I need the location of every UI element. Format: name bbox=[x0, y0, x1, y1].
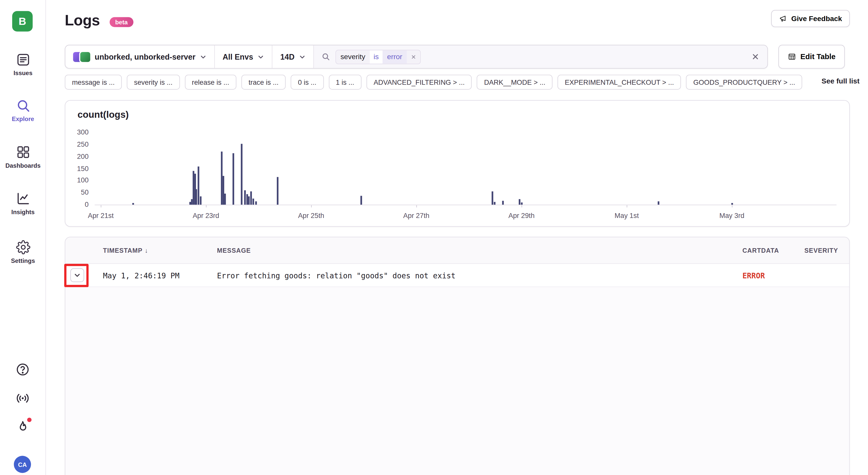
column-header-severity[interactable]: SEVERITY bbox=[805, 237, 838, 264]
sidebar-item-label: Explore bbox=[12, 116, 34, 122]
chart-bar bbox=[521, 202, 522, 205]
sort-arrow-icon: ↓ bbox=[145, 247, 148, 254]
beta-badge: beta bbox=[110, 17, 133, 27]
filter-chip-row: message is ...severity is ...release is … bbox=[65, 75, 816, 90]
x-axis-tick bbox=[416, 205, 417, 208]
filter-chip[interactable]: ADVANCED_FILTERING > ... bbox=[367, 75, 472, 90]
sidebar-item-label: Insights bbox=[11, 209, 34, 215]
chart-bar bbox=[241, 144, 243, 205]
chevron-down-icon bbox=[299, 53, 306, 60]
sidebar-item-explore[interactable]: Explore bbox=[0, 98, 46, 122]
log-severity: ERROR bbox=[742, 264, 765, 287]
chart-bar bbox=[195, 189, 197, 205]
explore-icon bbox=[16, 98, 30, 113]
table-row[interactable]: May 1, 2:46:19 PM Error fetching goods: … bbox=[65, 264, 849, 287]
y-axis-tick-label: 300 bbox=[66, 128, 89, 137]
sidebar-item-label: Issues bbox=[13, 70, 32, 76]
x-axis-tick bbox=[311, 205, 312, 208]
filter-chip[interactable]: GOODS_PRODUCTQUERY > ... bbox=[686, 75, 803, 90]
x-axis-tick bbox=[732, 205, 733, 208]
give-feedback-button[interactable]: Give Feedback bbox=[771, 10, 850, 27]
user-avatar[interactable]: CA bbox=[14, 456, 31, 473]
x-axis-tick-label: Apr 21st bbox=[88, 212, 114, 220]
broadcast-icon[interactable] bbox=[16, 391, 30, 405]
chart-bar bbox=[252, 198, 254, 205]
filter-bar: unborked, unborked-server All Envs 14D s… bbox=[65, 45, 768, 69]
logs-count-chart: count(logs) 050100150200250300Apr 21stAp… bbox=[65, 100, 850, 227]
chart-bar bbox=[731, 203, 733, 205]
whats-new-flame-icon[interactable] bbox=[16, 420, 30, 434]
column-header-cartdata[interactable]: CARTDATA bbox=[742, 237, 779, 264]
filter-chip[interactable]: release is ... bbox=[185, 75, 237, 90]
column-header-timestamp[interactable]: TIMESTAMP ↓ bbox=[103, 237, 148, 264]
x-axis-tick-label: May 3rd bbox=[719, 212, 744, 220]
sidebar-item-insights[interactable]: Insights bbox=[0, 191, 46, 215]
y-axis-tick-label: 200 bbox=[66, 152, 89, 161]
x-axis-tick bbox=[206, 205, 207, 208]
table-icon bbox=[788, 53, 796, 61]
filter-chip[interactable]: severity is ... bbox=[127, 75, 180, 90]
app-root: B IssuesExploreDashboardsInsightsSetting… bbox=[0, 0, 868, 475]
see-full-list-link[interactable]: See full list bbox=[822, 77, 860, 85]
dashboards-icon bbox=[16, 145, 30, 159]
settings-icon bbox=[16, 240, 30, 255]
chart-bar bbox=[494, 202, 496, 205]
chevron-down-icon bbox=[257, 53, 264, 60]
chart-bar bbox=[246, 194, 248, 205]
x-axis-tick-label: Apr 29th bbox=[508, 212, 534, 220]
notification-dot bbox=[27, 418, 31, 422]
org-logo[interactable]: B bbox=[12, 11, 33, 32]
y-axis-tick-label: 150 bbox=[66, 164, 89, 173]
sidebar-item-settings[interactable]: Settings bbox=[0, 240, 46, 264]
chart-bar bbox=[519, 199, 520, 205]
chart-bar bbox=[244, 190, 246, 205]
table-header: TIMESTAMP ↓ MESSAGE CARTDATA SEVERITY bbox=[65, 237, 849, 264]
chart-bar bbox=[200, 196, 202, 205]
megaphone-icon bbox=[779, 14, 787, 23]
chart-title: count(logs) bbox=[78, 110, 129, 121]
remove-token-icon[interactable] bbox=[407, 50, 420, 63]
chart-bar bbox=[492, 191, 493, 205]
issues-icon bbox=[16, 53, 30, 67]
log-timestamp: May 1, 2:46:19 PM bbox=[103, 264, 179, 287]
sidebar-item-dashboards[interactable]: Dashboards bbox=[0, 145, 46, 169]
chart-bar bbox=[132, 203, 134, 205]
filter-chip[interactable]: message is ... bbox=[65, 75, 122, 90]
x-axis-tick-label: Apr 23rd bbox=[193, 212, 219, 220]
chart-bar bbox=[250, 192, 252, 205]
x-axis-tick-label: May 1st bbox=[615, 212, 639, 220]
annotation-highlight-box bbox=[64, 264, 89, 287]
clear-search-icon[interactable] bbox=[751, 53, 760, 61]
chart-bar bbox=[255, 201, 257, 205]
y-axis-tick-label: 250 bbox=[66, 140, 89, 149]
search-input[interactable]: severity is error bbox=[314, 45, 767, 68]
filter-chip[interactable]: trace is ... bbox=[241, 75, 286, 90]
chart-bar bbox=[277, 177, 278, 205]
search-icon bbox=[322, 53, 330, 61]
chevron-down-icon bbox=[200, 53, 207, 60]
sidebar-item-issues[interactable]: Issues bbox=[0, 53, 46, 76]
project-selector[interactable]: unborked, unborked-server bbox=[65, 45, 215, 68]
page-title: Logs bbox=[65, 12, 100, 29]
column-header-message[interactable]: MESSAGE bbox=[217, 237, 251, 264]
sidebar-item-label: Dashboards bbox=[5, 162, 41, 169]
project-icon-unborked-server bbox=[80, 52, 90, 62]
logs-table: TIMESTAMP ↓ MESSAGE CARTDATA SEVERITY Ma… bbox=[65, 237, 850, 475]
x-axis-tick bbox=[101, 205, 101, 208]
y-axis-tick-label: 0 bbox=[66, 200, 89, 209]
filter-chip[interactable]: 0 is ... bbox=[291, 75, 323, 90]
filter-chip[interactable]: DARK__MODE > ... bbox=[477, 75, 553, 90]
insights-icon bbox=[16, 191, 30, 206]
environment-selector[interactable]: All Envs bbox=[215, 45, 273, 68]
filter-chip[interactable]: EXPERIMENTAL_CHECKOUT > ... bbox=[558, 75, 681, 90]
chart-bar bbox=[360, 196, 362, 205]
chart-bar bbox=[657, 201, 659, 205]
search-token-severity[interactable]: severity is error bbox=[336, 49, 421, 64]
x-axis-tick-label: Apr 25th bbox=[298, 212, 324, 220]
y-axis-tick-label: 50 bbox=[66, 188, 89, 197]
edit-table-button[interactable]: Edit Table bbox=[778, 45, 845, 69]
date-range-selector[interactable]: 14D bbox=[273, 45, 314, 68]
help-icon[interactable] bbox=[16, 362, 30, 377]
filter-chip[interactable]: 1 is ... bbox=[329, 75, 361, 90]
chart-bar bbox=[224, 194, 226, 205]
